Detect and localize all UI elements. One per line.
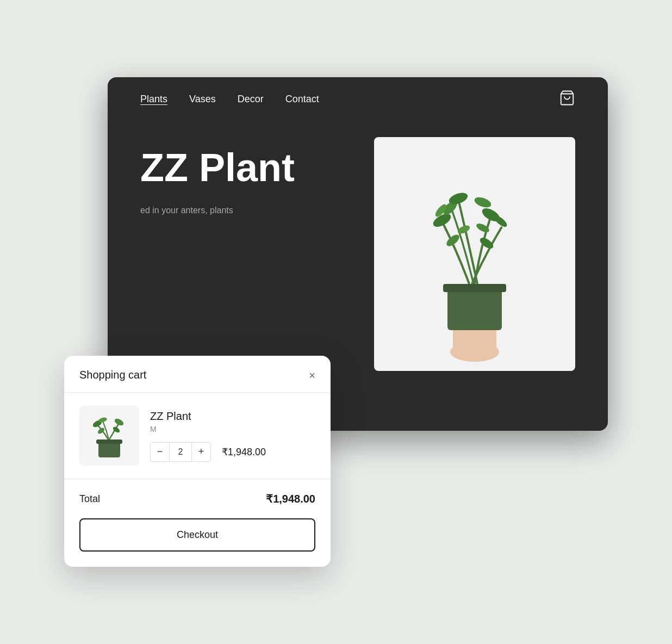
checkout-section: Checkout	[64, 518, 331, 567]
svg-rect-4	[443, 284, 506, 292]
svg-point-19	[114, 417, 125, 427]
cart-title: Shopping cart	[79, 369, 146, 381]
quantity-decrease-button[interactable]: −	[150, 442, 170, 462]
cart-icon[interactable]	[559, 90, 575, 108]
nav-bar: Plants Vases Decor Contact	[108, 77, 608, 121]
cart-total-value: ₹1,948.00	[266, 492, 315, 505]
cart-total: Total ₹1,948.00	[64, 479, 331, 518]
svg-point-8	[473, 195, 493, 209]
svg-rect-17	[96, 439, 122, 444]
shopping-cart-popup: Shopping cart ×	[64, 356, 331, 567]
nav-links: Plants Vases Decor Contact	[140, 94, 319, 105]
product-info: ZZ Plant ed in your anters, plants	[140, 137, 352, 371]
cart-item-size: M	[150, 425, 315, 434]
nav-link-vases[interactable]: Vases	[189, 94, 216, 105]
nav-link-decor[interactable]: Decor	[238, 94, 264, 105]
quantity-increase-button[interactable]: +	[191, 442, 211, 462]
nav-link-contact[interactable]: Contact	[285, 94, 319, 105]
cart-item: ZZ Plant M − 2 + ₹1,948.00	[64, 393, 331, 479]
cart-item-name: ZZ Plant	[150, 410, 315, 423]
cart-item-image	[79, 406, 139, 466]
cart-close-button[interactable]: ×	[309, 370, 315, 381]
cart-item-details: ZZ Plant M − 2 + ₹1,948.00	[150, 410, 315, 462]
cart-item-controls: − 2 + ₹1,948.00	[150, 442, 315, 462]
cart-total-label: Total	[79, 493, 100, 505]
product-description: ed in your anters, plants	[140, 203, 352, 218]
nav-link-plants[interactable]: Plants	[140, 94, 167, 105]
product-title: ZZ Plant	[140, 148, 352, 187]
cart-header: Shopping cart ×	[64, 356, 331, 393]
product-image	[374, 137, 575, 371]
product-area: ZZ Plant ed in your anters, plants	[108, 121, 608, 387]
svg-rect-3	[447, 287, 502, 330]
checkout-button[interactable]: Checkout	[79, 518, 315, 552]
quantity-display: 2	[170, 442, 191, 462]
cart-item-price: ₹1,948.00	[222, 446, 266, 458]
